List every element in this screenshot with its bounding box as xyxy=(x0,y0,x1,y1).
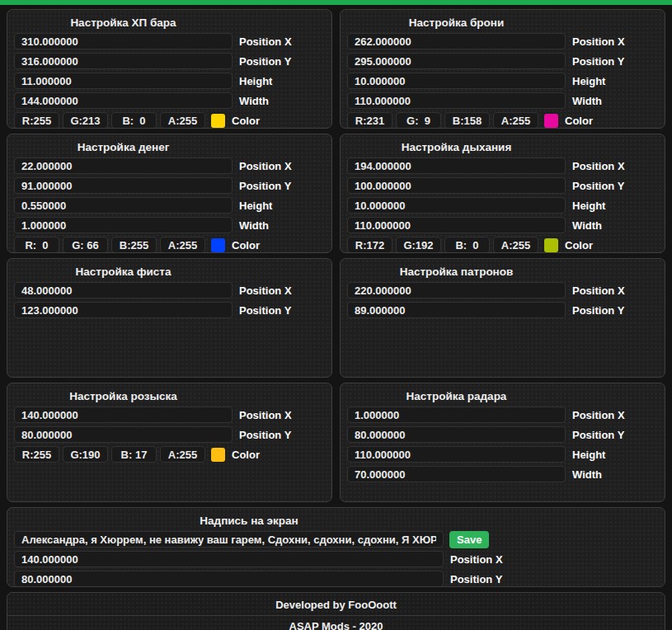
field-label: Position Y xyxy=(239,180,291,192)
money-color-swatch xyxy=(211,238,225,252)
panel-money: Настройка денег Position X Position Y He… xyxy=(7,134,332,253)
rgba-row: R:255 G:213 B: 0 A:255 Color xyxy=(14,112,325,129)
field-row: Position X xyxy=(14,33,325,49)
wanted-position-x-input[interactable] xyxy=(14,407,233,423)
breath-position-y-input[interactable] xyxy=(347,177,566,194)
breath-rgba-b[interactable]: B: 0 xyxy=(444,237,490,253)
hp-bar-rgba-g[interactable]: G:213 xyxy=(63,112,108,129)
field-label: Position Y xyxy=(572,429,624,441)
field-label: Position X xyxy=(239,35,292,48)
field-row: Position Y xyxy=(347,302,658,318)
wanted-rgba-b[interactable]: B: 17 xyxy=(111,446,157,463)
field-label: Position X xyxy=(572,160,625,172)
screen-text-input[interactable] xyxy=(14,531,444,548)
field-label: Height xyxy=(572,200,605,212)
wanted-rgba-r[interactable]: R:255 xyxy=(14,446,59,463)
field-row: Width xyxy=(14,92,325,109)
footer-divider xyxy=(7,615,665,616)
panel-screen-text: Надпись на экран Save Position X Positio… xyxy=(7,507,665,587)
breath-rgba-a[interactable]: A:255 xyxy=(493,237,538,253)
armor-rgba-b[interactable]: B:158 xyxy=(444,112,490,129)
color-label: Color xyxy=(232,115,260,127)
footer: Developed by FooOoott ASAP Mods - 2020 xyxy=(7,592,665,630)
panel-radar: Настройка радара Position X Position Y H… xyxy=(340,383,665,502)
ammo-position-y-input[interactable] xyxy=(347,302,566,318)
field-row: Position Y xyxy=(14,426,325,443)
panel-breath: Настройка дыхания Position X Position Y … xyxy=(340,134,665,253)
armor-color-swatch xyxy=(544,114,558,128)
field-row: Height xyxy=(14,73,325,89)
breath-position-x-input[interactable] xyxy=(347,158,566,174)
panel-title: Настройка дыхания xyxy=(347,139,566,158)
field-row: Position X xyxy=(347,33,658,49)
money-width-input[interactable] xyxy=(14,217,233,233)
hp-bar-width-input[interactable] xyxy=(14,92,233,109)
radar-position-x-input[interactable] xyxy=(347,407,566,423)
panel-wanted: Настройка розыска Position X Position Y … xyxy=(7,383,332,502)
field-label: Height xyxy=(572,75,605,87)
field-label: Position X xyxy=(239,284,292,297)
field-row: Height xyxy=(14,197,325,214)
money-rgba-b[interactable]: B:255 xyxy=(111,237,157,253)
hp-bar-position-y-input[interactable] xyxy=(14,53,233,69)
hp-bar-rgba-b[interactable]: B: 0 xyxy=(111,112,157,129)
money-rgba-r[interactable]: R: 0 xyxy=(14,237,59,253)
field-row: Width xyxy=(347,92,658,109)
color-label: Color xyxy=(565,115,593,127)
armor-rgba-g[interactable]: G: 9 xyxy=(396,112,441,129)
wanted-position-y-input[interactable] xyxy=(14,426,233,443)
money-rgba-g[interactable]: G: 66 xyxy=(63,237,108,253)
breath-height-input[interactable] xyxy=(347,197,566,214)
field-label: Position X xyxy=(572,35,625,48)
rgba-row: R:255 G:190 B: 17 A:255 Color xyxy=(14,446,325,463)
armor-height-input[interactable] xyxy=(347,73,566,89)
hp-bar-position-x-input[interactable] xyxy=(14,33,233,49)
breath-rgba-g[interactable]: G:192 xyxy=(396,237,441,253)
wanted-rgba-a[interactable]: A:255 xyxy=(160,446,205,463)
money-position-y-input[interactable] xyxy=(14,177,233,194)
page-content: Настройка ХП бара Position X Position Y … xyxy=(0,5,672,630)
field-row: Position X xyxy=(14,407,325,423)
field-row: Position X xyxy=(347,282,658,299)
money-height-input[interactable] xyxy=(14,197,233,214)
field-row: Width xyxy=(14,217,325,233)
panel-title: Надпись на экран xyxy=(14,512,484,531)
field-label: Position X xyxy=(572,409,625,421)
field-row: Height xyxy=(347,73,658,89)
radar-height-input[interactable] xyxy=(347,446,566,463)
footer-credit: Developed by FooOoott xyxy=(7,596,665,614)
field-label: Position X xyxy=(572,284,625,297)
field-label: Position Y xyxy=(572,55,624,68)
breath-rgba-r[interactable]: R:172 xyxy=(347,237,392,253)
money-position-x-input[interactable] xyxy=(14,158,233,174)
field-label: Width xyxy=(239,95,269,107)
breath-width-input[interactable] xyxy=(347,217,566,233)
money-rgba-a[interactable]: A:255 xyxy=(160,237,205,253)
fist-position-x-input[interactable] xyxy=(14,282,233,299)
field-row: Width xyxy=(347,466,658,482)
screen-text-position-y-input[interactable] xyxy=(14,571,444,587)
fist-position-y-input[interactable] xyxy=(14,302,233,318)
wanted-color-swatch xyxy=(211,448,225,462)
wanted-rgba-g[interactable]: G:190 xyxy=(63,446,108,463)
rgba-row: R:172 G:192 B: 0 A:255 Color xyxy=(347,237,658,253)
radar-width-input[interactable] xyxy=(347,466,566,482)
ammo-position-x-input[interactable] xyxy=(347,282,566,299)
save-button[interactable]: Save xyxy=(449,531,489,548)
field-label: Width xyxy=(572,219,602,232)
hp-bar-height-input[interactable] xyxy=(14,73,233,89)
armor-rgba-r[interactable]: R:231 xyxy=(347,112,392,129)
armor-width-input[interactable] xyxy=(347,92,566,109)
armor-rgba-a[interactable]: A:255 xyxy=(493,112,538,129)
field-row: Position X xyxy=(14,282,325,299)
armor-position-x-input[interactable] xyxy=(347,33,566,49)
color-label: Color xyxy=(232,239,260,252)
hp-bar-rgba-r[interactable]: R:255 xyxy=(14,112,59,129)
panel-title: Настройка патронов xyxy=(347,263,566,282)
armor-position-y-input[interactable] xyxy=(347,53,566,69)
field-row: Position Y xyxy=(347,53,658,69)
radar-position-y-input[interactable] xyxy=(347,426,566,443)
field-label: Position Y xyxy=(572,304,624,317)
hp-bar-rgba-a[interactable]: A:255 xyxy=(160,112,205,129)
screen-text-position-x-input[interactable] xyxy=(14,551,444,567)
